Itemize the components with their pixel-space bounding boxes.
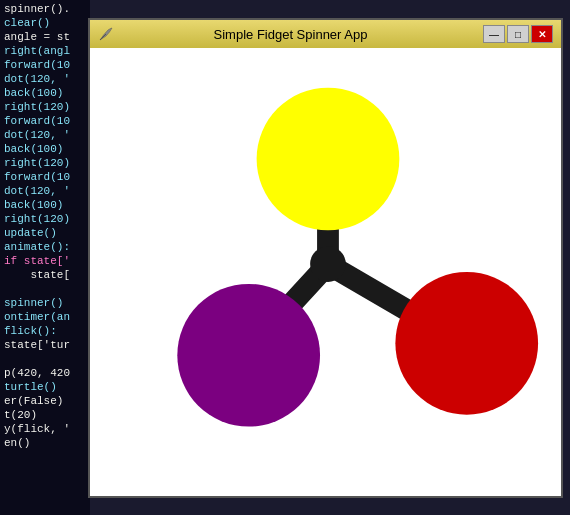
svg-point-7 [310,246,346,282]
code-content: spinner(). clear() angle = st right(angl… [0,0,90,452]
svg-point-5 [177,284,320,427]
svg-point-6 [395,272,538,415]
spinner-svg [90,48,561,496]
minimize-button[interactable]: — [483,25,505,43]
tk-window: Simple Fidget Spinner App — □ ✕ [88,18,563,498]
window-controls: — □ ✕ [483,25,553,43]
code-editor: spinner(). clear() angle = st right(angl… [0,0,90,515]
svg-point-4 [257,88,400,231]
titlebar: Simple Fidget Spinner App — □ ✕ [90,20,561,48]
maximize-button[interactable]: □ [507,25,529,43]
close-button[interactable]: ✕ [531,25,553,43]
window-title: Simple Fidget Spinner App [98,27,483,42]
spinner-canvas [90,48,561,496]
